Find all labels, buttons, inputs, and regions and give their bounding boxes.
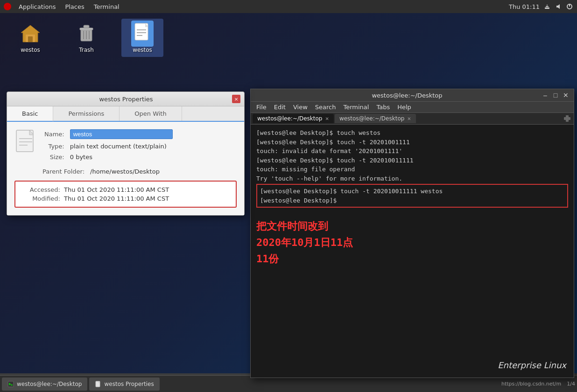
terminal-tab-2[interactable]: westos@lee:~/Desktop ✕ <box>335 114 416 123</box>
desktop: westos Trash <box>0 13 577 373</box>
westos-file-label: westos <box>133 47 152 53</box>
dialog-titlebar: westos Properties × <box>7 92 244 106</box>
modified-value: Thu 01 Oct 2020 11:11:00 AM CST <box>64 195 228 202</box>
terminal-tabs-bar: westos@lee:~/Desktop ✕ westos@lee:~/Desk… <box>251 113 574 125</box>
name-input[interactable] <box>70 129 173 139</box>
dialog-tabs: Basic Permissions Open With <box>7 106 244 122</box>
annotation-line-3: 11份 <box>256 251 568 267</box>
terminal-line-1: [westos@lee Desktop]$ touch westos <box>256 128 568 138</box>
network-icon[interactable] <box>543 3 551 10</box>
taskbar-item-properties[interactable]: westos Properties <box>89 378 159 391</box>
terminal-line-4: [westos@lee Desktop]$ touch -t 202010011… <box>256 156 568 165</box>
terminal-tab-1-label: westos@lee:~/Desktop <box>257 115 322 122</box>
svg-rect-11 <box>84 25 89 28</box>
file-icon-selected-area <box>131 22 154 45</box>
chinese-annotation: 把文件时间改到 2020年10月1日11点 11份 <box>256 218 568 267</box>
tab-permissions[interactable]: Permissions <box>53 106 120 121</box>
taskbar-page: 1/4 <box>567 381 575 387</box>
terminal-line-3: touch: invalid date format '20201001111' <box>256 147 568 156</box>
file-preview-area: Name: Type: plain text document (text/pl… <box>14 129 237 161</box>
parent-folder-row: Parent Folder: /home/westos/Desktop <box>14 168 237 175</box>
terminal-new-tab-button[interactable] <box>563 114 572 123</box>
terminal-titlebar: westos@lee:~/Desktop – □ ✕ <box>251 89 574 102</box>
terminal-line-2: [westos@lee Desktop]$ touch -t 202010011… <box>256 138 568 147</box>
tab-open-with[interactable]: Open With <box>120 106 182 121</box>
desktop-icon-trash[interactable]: Trash <box>65 19 107 57</box>
svg-rect-26 <box>566 115 569 122</box>
desktop-icon-westos-file[interactable]: westos <box>121 19 163 57</box>
volume-icon[interactable] <box>555 3 562 10</box>
terminal-edit-menu[interactable]: Edit <box>270 103 289 112</box>
applications-logo <box>4 3 11 10</box>
modified-row: Modified: Thu 01 Oct 2020 11:11:00 AM CS… <box>23 195 228 202</box>
tab-basic[interactable]: Basic <box>7 106 53 122</box>
file-preview-icon <box>14 129 37 155</box>
terminal-content[interactable]: [westos@lee Desktop]$ touch westos [west… <box>251 125 574 378</box>
places-menu[interactable]: Places <box>61 2 88 11</box>
terminal-line-5: touch: missing file operand <box>256 165 568 174</box>
terminal-maximize-button[interactable]: □ <box>551 91 560 99</box>
taskbar-properties-label: westos Properties <box>104 381 154 387</box>
trash-label: Trash <box>79 47 94 53</box>
file-taskbar-icon <box>95 381 101 387</box>
terminal-view-menu[interactable]: View <box>289 103 311 112</box>
home-folder-icon <box>19 22 42 45</box>
power-icon[interactable] <box>566 3 573 10</box>
dialog-title: westos Properties <box>20 96 232 103</box>
terminal-tabs-menu[interactable]: Tabs <box>373 103 394 112</box>
properties-dialog: westos Properties × Basic Permissions Op… <box>7 91 245 216</box>
accessed-label: Accessed: <box>23 186 60 193</box>
enterprise-linux-text: Enterprise Linux <box>498 360 566 370</box>
modified-label: Modified: <box>23 195 60 202</box>
terminal-controls: – □ ✕ <box>541 91 570 99</box>
terminal-search-menu[interactable]: Search <box>311 103 340 112</box>
svg-rect-2 <box>547 5 548 6</box>
terminal-line-6: Try 'touch --help' for more information. <box>256 174 568 183</box>
taskbar-item-terminal[interactable]: westos@lee:~/Desktop <box>2 378 87 391</box>
desktop-icon-westos-home[interactable]: westos <box>9 19 51 57</box>
terminal-minimize-button[interactable]: – <box>541 91 549 99</box>
taskbar-terminal-label: westos@lee:~/Desktop <box>17 381 82 387</box>
taskbar-url: https://blog.csdn.net/m <box>501 381 561 387</box>
terminal-window: westos@lee:~/Desktop – □ ✕ File Edit Vie… <box>250 89 574 378</box>
terminal-close-button[interactable]: ✕ <box>562 91 570 99</box>
terminal-line-8: [westos@lee Desktop]$ <box>260 196 564 205</box>
terminal-file-menu[interactable]: File <box>253 103 270 112</box>
parent-folder-label: Parent Folder: <box>42 168 84 175</box>
clock-display: Thu 01:11 <box>509 3 540 10</box>
accessed-value: Thu 01 Oct 2020 11:11:00 AM CST <box>64 186 228 193</box>
annotation-line-2: 2020年10月1日11点 <box>256 234 568 251</box>
type-value: plain text document (text/plain) <box>70 143 237 150</box>
terminal-tab-2-label: westos@lee:~/Desktop <box>339 115 404 122</box>
annotation-line-1: 把文件时间改到 <box>256 218 568 234</box>
name-label: Name: <box>44 131 64 138</box>
terminal-taskbar-icon <box>7 381 14 387</box>
terminal-line-7: [westos@lee Desktop]$ touch -t 202010011… <box>260 187 564 196</box>
terminal-tab-1-close[interactable]: ✕ <box>325 116 329 121</box>
terminal-menu-top[interactable]: Terminal <box>90 2 123 11</box>
topbar-right: Thu 01:11 <box>509 3 573 10</box>
applications-menu[interactable]: Applications <box>15 2 59 11</box>
terminal-menu-bar: File Edit View Search Terminal Tabs Help <box>251 102 574 113</box>
size-label: Size: <box>44 154 64 161</box>
terminal-tab-2-close[interactable]: ✕ <box>407 116 411 121</box>
terminal-title: westos@lee:~/Desktop <box>273 92 541 99</box>
dialog-close-button[interactable]: × <box>232 95 240 103</box>
trash-icon <box>75 22 98 45</box>
size-value: 0 bytes <box>70 154 237 161</box>
svg-rect-0 <box>545 7 549 9</box>
terminal-help-menu[interactable]: Help <box>394 103 415 112</box>
svg-rect-8 <box>28 36 33 42</box>
terminal-tab-1[interactable]: westos@lee:~/Desktop ✕ <box>253 114 334 123</box>
file-props-grid: Name: Type: plain text document (text/pl… <box>44 129 237 161</box>
terminal-highlight-box: [westos@lee Desktop]$ touch -t 202010011… <box>256 184 568 208</box>
parent-folder-value: /home/westos/Desktop <box>90 168 160 175</box>
type-label: Type: <box>44 143 64 150</box>
svg-rect-1 <box>546 6 549 7</box>
timestamps-box: Accessed: Thu 01 Oct 2020 11:11:00 AM CS… <box>14 181 237 208</box>
terminal-terminal-menu[interactable]: Terminal <box>339 103 373 112</box>
svg-marker-3 <box>556 4 560 9</box>
top-menubar: Applications Places Terminal Thu 01:11 <box>0 0 577 13</box>
dialog-content: Name: Type: plain text document (text/pl… <box>7 122 244 215</box>
accessed-row: Accessed: Thu 01 Oct 2020 11:11:00 AM CS… <box>23 186 228 193</box>
